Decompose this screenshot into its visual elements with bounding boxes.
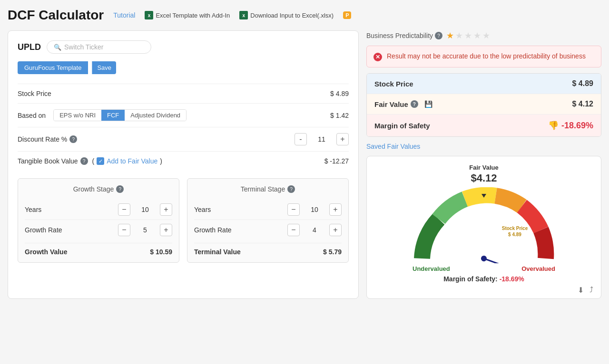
ticker-symbol: UPLD: [18, 42, 41, 52]
template-row: GuruFocus Template Save: [18, 61, 349, 74]
result-stock-price-row: Stock Price $ 4.89: [367, 74, 601, 94]
result-margin-label: Margin of Safety: [374, 122, 548, 130]
gauge-chart: Fair Value $4.12: [366, 156, 601, 299]
growth-stage-box: Growth Stage ? Years − 10 + Growth Rate: [18, 178, 179, 263]
tangible-book-value: $ -12.27: [311, 157, 349, 165]
tangible-book-help-icon[interactable]: ?: [80, 157, 88, 165]
saved-fair-values-link[interactable]: Saved Fair Values: [366, 143, 601, 150]
ticker-search-box[interactable]: 🔍 Switch Ticker: [47, 40, 151, 54]
terminal-rate-row: Growth Rate − 4 +: [194, 220, 342, 240]
growth-years-stepper: − 10 +: [118, 203, 172, 216]
search-icon: 🔍: [54, 44, 61, 51]
tab-eps[interactable]: EPS w/o NRI: [54, 110, 101, 121]
discount-rate-row: Discount Rate % ? - 11 +: [18, 127, 349, 151]
predictability-row: Business Predictability ? ★ ★ ★ ★ ★: [366, 30, 601, 41]
stock-price-label: Stock Price: [18, 90, 311, 97]
alert-box: ✕ Result may not be accurate due to the …: [366, 46, 601, 67]
result-margin-row: Margin of Safety 👎 -18.69%: [367, 115, 601, 136]
tab-dividend[interactable]: Adjusted Dividend: [125, 110, 186, 121]
predictability-section: Business Predictability ? ★ ★ ★ ★ ★ ✕ Re…: [366, 30, 601, 67]
terminal-stage-box: Terminal Stage ? Years − 10 + Growth Rat…: [187, 178, 349, 263]
terminal-rate-value: 4: [303, 226, 326, 234]
excel-template-link[interactable]: x Excel Template with Add-In: [145, 11, 230, 19]
search-input-placeholder: Switch Ticker: [64, 43, 103, 51]
terminal-years-plus[interactable]: +: [329, 203, 342, 216]
page-header: DCF Calculator Tutorial x Excel Template…: [8, 8, 601, 23]
terminal-years-label: Years: [194, 206, 287, 213]
gauge-margin-value: -18.69%: [500, 275, 524, 283]
ticker-row: UPLD 🔍 Switch Ticker: [18, 40, 349, 54]
terminal-years-minus[interactable]: −: [287, 203, 300, 216]
terminal-years-row: Years − 10 +: [194, 200, 342, 220]
terminal-rate-minus[interactable]: −: [287, 224, 300, 236]
svg-text:$ 4.89: $ 4.89: [508, 232, 521, 237]
stock-price-value: $ 4.89: [311, 90, 349, 97]
terminal-total-value: $ 5.79: [323, 248, 342, 256]
add-to-fair-checkbox[interactable]: ✓: [97, 157, 104, 165]
terminal-rate-stepper: − 4 +: [287, 224, 342, 236]
star-1: ★: [446, 30, 454, 41]
growth-years-label: Years: [25, 206, 118, 213]
terminal-years-value: 10: [303, 206, 326, 213]
discount-minus-button[interactable]: -: [295, 133, 307, 145]
excel-icon: x: [145, 11, 153, 19]
alert-text: Result may not be accurate due to the lo…: [387, 52, 586, 61]
growth-rate-plus[interactable]: +: [160, 224, 172, 236]
discount-plus-button[interactable]: +: [336, 133, 349, 145]
growth-rate-stepper: − 5 +: [118, 224, 172, 236]
stages-row: Growth Stage ? Years − 10 + Growth Rate: [18, 178, 349, 263]
based-on-label: Based on: [18, 112, 46, 119]
growth-total-value: $ 10.59: [150, 248, 172, 256]
terminal-stage-title: Terminal Stage ?: [194, 185, 342, 193]
result-fair-value-row: Fair Value ? 💾 $ 4.12: [367, 94, 601, 115]
terminal-stage-help-icon[interactable]: ?: [287, 185, 295, 193]
save-button[interactable]: Save: [92, 61, 116, 74]
predictability-help-icon[interactable]: ?: [435, 32, 442, 39]
gauge-labels-row: Undervalued Overvalued: [413, 265, 555, 272]
add-to-fair-link[interactable]: Add to Fair Value: [107, 157, 157, 165]
stock-price-row: Stock Price $ 4.89: [18, 84, 349, 103]
stars-container: ★ ★ ★ ★ ★: [446, 30, 490, 41]
growth-stage-title: Growth Stage ?: [25, 185, 172, 193]
excel-download-link[interactable]: x Download Input to Excel(.xlsx): [239, 11, 334, 19]
star-4: ★: [473, 30, 481, 41]
result-stock-price-label: Stock Price: [374, 80, 572, 88]
growth-rate-minus[interactable]: −: [118, 224, 130, 236]
gauge-stock-price-label: Stock Price: [502, 226, 528, 231]
fair-value-help-icon[interactable]: ?: [411, 100, 418, 108]
gauge-margin-text: Margin of Safety: -18.69%: [443, 275, 524, 283]
result-fair-value-value: $ 4.12: [572, 100, 593, 108]
growth-stage-help-icon[interactable]: ?: [116, 185, 124, 193]
growth-years-plus[interactable]: +: [160, 203, 172, 216]
discount-help-icon[interactable]: ?: [69, 135, 77, 143]
star-3: ★: [464, 30, 472, 41]
excel-download-icon: x: [239, 11, 248, 19]
growth-total-label: Growth Value: [25, 248, 150, 256]
gauge-svg-wrapper: Stock Price $ 4.89: [413, 187, 555, 263]
tutorial-link[interactable]: Tutorial: [113, 11, 135, 19]
page-title: DCF Calculator: [8, 8, 104, 23]
growth-rate-row: Growth Rate − 5 +: [25, 220, 172, 240]
growth-years-value: 10: [133, 206, 157, 213]
tangible-book-row: Tangible Book Value ? ( ✓ Add to Fair Va…: [18, 151, 349, 171]
terminal-rate-plus[interactable]: +: [329, 224, 342, 236]
growth-years-row: Years − 10 +: [25, 200, 172, 220]
growth-years-minus[interactable]: −: [118, 203, 130, 216]
download-icon[interactable]: ⬇: [578, 286, 584, 295]
based-on-row: Based on EPS w/o NRI FCF Adjusted Divide…: [18, 103, 349, 127]
terminal-rate-label: Growth Rate: [194, 226, 287, 234]
result-fair-value-label: Fair Value ? 💾: [374, 100, 572, 108]
discount-rate-label: Discount Rate % ?: [18, 135, 295, 143]
based-on-tabs: EPS w/o NRI FCF Adjusted Dividend: [53, 109, 187, 121]
premium-badge: P: [343, 11, 351, 19]
result-stock-price-value: $ 4.89: [572, 79, 593, 88]
terminal-total-label: Terminal Value: [194, 248, 323, 256]
based-on-value: $ 1.42: [330, 112, 349, 119]
fair-value-save-icon[interactable]: 💾: [424, 100, 432, 108]
share-icon[interactable]: ⤴: [589, 286, 593, 295]
right-panel: Business Predictability ? ★ ★ ★ ★ ★ ✕ Re…: [366, 30, 601, 299]
growth-total-row: Growth Value $ 10.59: [25, 243, 172, 256]
tab-fcf[interactable]: FCF: [101, 110, 125, 121]
template-button[interactable]: GuruFocus Template: [18, 61, 88, 74]
thumb-down-icon: 👎: [548, 120, 559, 131]
